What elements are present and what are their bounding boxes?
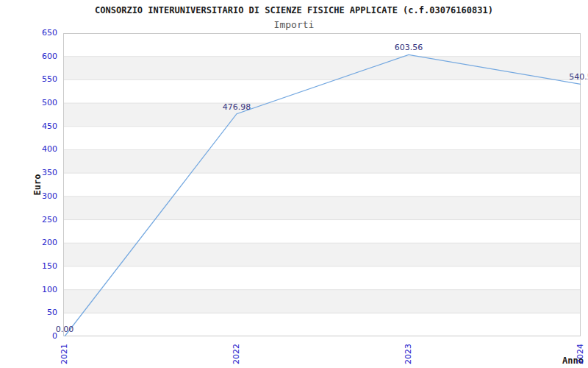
- grid-band-white: [63, 79, 581, 103]
- grid-band-gray: [63, 243, 581, 266]
- y-tick-label: 450: [22, 121, 57, 132]
- y-tick-label: 150: [22, 261, 57, 272]
- y-tick-label: 600: [22, 52, 57, 62]
- y-tick-label: 250: [22, 215, 57, 225]
- grid-band-white: [63, 313, 581, 336]
- chart-subtitle: Importi: [0, 19, 588, 30]
- y-tick-label: 650: [22, 28, 57, 38]
- point-label: 603.56: [368, 43, 449, 53]
- y-tick-label: 350: [22, 168, 57, 178]
- y-tick-label: 550: [22, 74, 57, 85]
- plot-area: [63, 33, 581, 336]
- grid-band-gray: [63, 103, 581, 127]
- point-label: 540.5: [540, 72, 588, 82]
- x-tick-label: 2023: [404, 338, 414, 368]
- y-tick-label: 400: [22, 144, 57, 155]
- grid-band-white: [63, 33, 581, 57]
- y-tick-label: 500: [22, 98, 57, 108]
- grid-band-gray: [63, 57, 581, 80]
- grid-band-gray: [63, 290, 581, 314]
- grid-band-gray: [63, 149, 581, 173]
- chart: CONSORZIO INTERUNIVERSITARIO DI SCIENZE …: [0, 0, 588, 368]
- x-tick-label: 2024: [576, 338, 586, 368]
- x-tick-label: 2022: [232, 338, 242, 368]
- point-label: 0.00: [24, 325, 105, 335]
- grid-band-gray: [63, 197, 581, 220]
- grid-band-white: [63, 127, 581, 150]
- y-tick-label: 300: [22, 191, 57, 202]
- plot-canvas: [63, 33, 581, 336]
- y-tick-label: 50: [22, 308, 57, 318]
- point-label: 476.98: [196, 102, 277, 113]
- y-tick-label: 100: [22, 285, 57, 295]
- grid-band-white: [63, 220, 581, 244]
- grid-band-white: [63, 173, 581, 197]
- x-tick-label: 2021: [60, 338, 70, 368]
- chart-title: CONSORZIO INTERUNIVERSITARIO DI SCIENZE …: [0, 5, 588, 15]
- grid-band-white: [63, 266, 581, 290]
- y-tick-label: 200: [22, 238, 57, 248]
